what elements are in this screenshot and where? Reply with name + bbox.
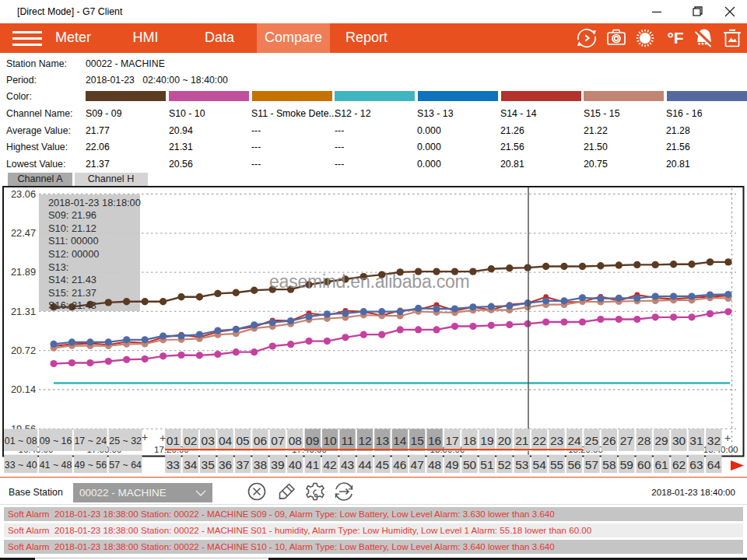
svg-text:60: 60 [637,458,651,471]
svg-text:22.47: 22.47 [11,227,36,239]
svg-text:06: 06 [254,434,267,447]
svg-text:S11: 00000: S11: 00000 [48,235,99,247]
svg-text:2018-01-23 18:18:00: 2018-01-23 18:18:00 [48,197,141,208]
svg-text:42: 42 [323,458,336,471]
svg-text:05: 05 [236,434,249,447]
svg-text:30: 30 [672,434,686,447]
svg-text:49 ~ 56: 49 ~ 56 [74,460,107,471]
svg-text:03: 03 [202,434,215,447]
svg-text:27: 27 [620,434,633,447]
svg-text:+: + [160,432,166,444]
svg-text:16: 16 [428,434,441,447]
svg-text:31: 31 [689,434,703,447]
svg-text:58: 58 [602,458,615,471]
svg-text:14: 14 [393,434,407,447]
svg-text:S09: 21.96: S09: 21.96 [48,209,96,221]
svg-text:S12: 00000: S12: 00000 [48,248,99,260]
svg-text:38: 38 [254,458,267,471]
svg-text:12: 12 [358,434,371,447]
svg-text:21: 21 [515,434,528,447]
svg-text:07: 07 [271,434,284,447]
svg-text:S10: 21.12: S10: 21.12 [48,222,96,234]
svg-text:35: 35 [202,458,215,471]
svg-text:29: 29 [654,434,668,447]
svg-text:62: 62 [672,458,686,471]
svg-text:17: 17 [445,434,458,447]
svg-text:57: 57 [585,458,598,471]
svg-text:09: 09 [306,434,319,447]
svg-text:20.14: 20.14 [11,383,36,395]
svg-text:04: 04 [219,434,233,447]
svg-text:52: 52 [498,458,511,471]
svg-text:01 ~ 08: 01 ~ 08 [5,436,37,446]
svg-text:01: 01 [167,434,180,447]
svg-text:50: 50 [463,458,477,471]
svg-text:S15: 21.37: S15: 21.37 [48,287,96,299]
svg-text:41: 41 [306,458,319,471]
svg-text:48: 48 [428,458,441,471]
svg-text:09 ~ 16: 09 ~ 16 [40,436,72,446]
svg-text:24: 24 [567,434,581,447]
svg-text:S16: 21.43: S16: 21.43 [48,299,96,311]
svg-text:46: 46 [393,458,406,471]
svg-text:18: 18 [463,434,476,447]
svg-text:21.89: 21.89 [11,266,36,278]
svg-text:54: 54 [533,458,547,471]
svg-text:34: 34 [184,458,198,471]
svg-text:33 ~ 40: 33 ~ 40 [5,460,37,471]
svg-text:S14: 21.43: S14: 21.43 [48,274,96,285]
svg-text:+: + [724,432,731,444]
svg-text:63: 63 [689,458,703,471]
svg-text:56: 56 [567,458,580,471]
svg-text:28: 28 [637,434,651,447]
svg-text:21.31: 21.31 [11,306,36,317]
svg-text:44: 44 [358,458,372,471]
svg-text:53: 53 [515,458,528,471]
svg-text:32: 32 [707,434,721,447]
svg-text:40: 40 [289,458,303,471]
svg-text:20: 20 [498,434,512,447]
svg-text:33: 33 [167,458,180,471]
svg-text:37: 37 [236,458,249,471]
svg-text:20.72: 20.72 [11,345,36,356]
svg-text:08: 08 [289,434,302,447]
svg-text:°F: °F [667,29,683,47]
svg-text:22: 22 [533,434,546,447]
svg-text:55: 55 [550,458,563,471]
svg-text:43: 43 [341,458,354,471]
svg-text:25 ~ 32: 25 ~ 32 [109,436,142,446]
svg-text:23.06: 23.06 [11,188,36,200]
svg-text:64: 64 [707,458,721,471]
svg-text:10: 10 [323,434,337,447]
svg-text:49: 49 [445,458,458,471]
svg-text:23: 23 [550,434,563,447]
svg-text:26: 26 [602,434,615,447]
svg-text:36: 36 [219,458,232,471]
svg-text:S13:: S13: [48,261,68,273]
svg-text:51: 51 [480,458,493,471]
svg-text:57 ~ 64: 57 ~ 64 [109,460,142,471]
svg-text:17 ~ 24: 17 ~ 24 [74,436,107,446]
svg-text:25: 25 [585,434,598,447]
svg-text:+: + [142,431,148,443]
svg-text:13: 13 [376,434,389,447]
svg-text:11: 11 [341,434,353,447]
svg-text:19: 19 [480,434,493,447]
svg-text:45: 45 [376,458,389,471]
svg-text:15: 15 [411,434,424,447]
svg-text:02: 02 [184,434,197,447]
svg-text:easemind.en.alibaba.com: easemind.en.alibaba.com [269,271,470,292]
svg-text:39: 39 [271,458,284,471]
svg-text:61: 61 [654,458,668,471]
svg-text:59: 59 [620,458,633,471]
svg-text:41 ~ 48: 41 ~ 48 [40,460,72,471]
svg-text:47: 47 [411,458,424,471]
